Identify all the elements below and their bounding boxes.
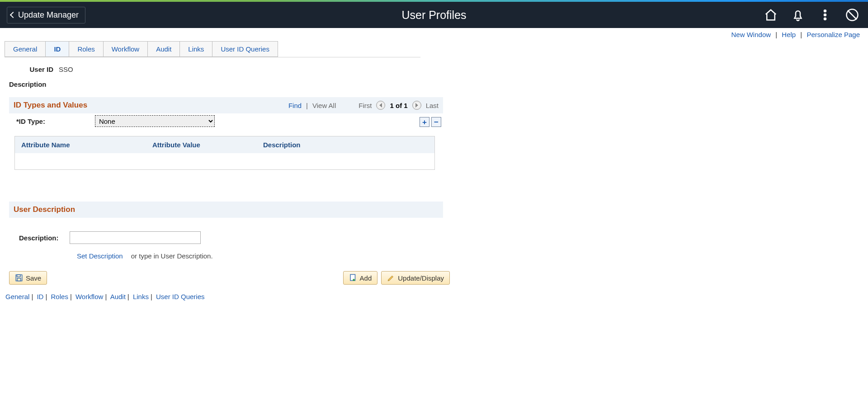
- svg-point-0: [824, 10, 826, 12]
- new-window-link[interactable]: New Window: [731, 31, 771, 38]
- footer-links: General| ID| Roles| Workflow| Audit| Lin…: [5, 293, 868, 300]
- page-title: User Profiles: [401, 9, 466, 22]
- prev-row-button[interactable]: [376, 101, 385, 110]
- svg-rect-6: [17, 278, 21, 281]
- row-counter: 1 of 1: [390, 102, 407, 109]
- user-id-value: SSO: [59, 66, 73, 73]
- description-label: Description: [9, 80, 439, 88]
- tab-workflow[interactable]: Workflow: [103, 41, 148, 57]
- col-attribute-value: Attribute Value: [152, 141, 263, 149]
- tab-roles[interactable]: Roles: [69, 41, 103, 57]
- tab-links[interactable]: Links: [179, 41, 212, 57]
- svg-rect-5: [17, 275, 21, 277]
- update-display-label: Update/Display: [398, 274, 444, 282]
- back-button[interactable]: Update Manager: [7, 7, 85, 23]
- user-description-header: User Description: [9, 202, 443, 218]
- svg-point-2: [824, 18, 826, 20]
- col-description: Description: [263, 141, 428, 149]
- tab-userid-queries[interactable]: User ID Queries: [212, 41, 278, 57]
- footer-general[interactable]: General: [5, 293, 29, 300]
- home-icon[interactable]: [764, 8, 778, 22]
- attribute-grid: Attribute Name Attribute Value Descripti…: [14, 136, 435, 170]
- compass-icon[interactable]: [845, 8, 859, 22]
- id-type-select[interactable]: None: [95, 115, 215, 127]
- add-button[interactable]: Add: [343, 271, 378, 285]
- menu-dots-icon[interactable]: [818, 8, 832, 22]
- tab-general[interactable]: General: [5, 41, 46, 57]
- description-hint: or type in User Description.: [131, 252, 213, 260]
- description-input[interactable]: [70, 231, 201, 244]
- tab-id[interactable]: ID: [45, 41, 69, 57]
- save-button-label: Save: [26, 274, 41, 282]
- user-id-label: User ID: [17, 66, 53, 73]
- delete-row-button[interactable]: [431, 117, 441, 127]
- next-row-button[interactable]: [412, 101, 421, 110]
- svg-point-1: [824, 14, 826, 16]
- footer-workflow[interactable]: Workflow: [75, 293, 103, 300]
- attribute-grid-header: Attribute Name Attribute Value Descripti…: [15, 136, 434, 153]
- id-type-label: *ID Type:: [16, 117, 45, 125]
- save-button[interactable]: Save: [9, 271, 47, 285]
- notifications-icon[interactable]: [791, 8, 805, 22]
- col-attribute-name: Attribute Name: [21, 141, 152, 149]
- help-link[interactable]: Help: [782, 31, 796, 38]
- tab-audit[interactable]: Audit: [147, 41, 180, 57]
- personalize-link[interactable]: Personalize Page: [807, 31, 860, 38]
- footer-userid-queries[interactable]: User ID Queries: [156, 293, 205, 300]
- utility-links: New Window | Help | Personalize Page: [0, 28, 868, 40]
- pencil-icon: [387, 274, 395, 282]
- add-row-button[interactable]: [420, 117, 429, 127]
- footer-roles[interactable]: Roles: [51, 293, 68, 300]
- content-area: User ID SSO Description ID Types and Val…: [0, 57, 443, 260]
- chevron-left-icon: [10, 12, 16, 18]
- update-display-button[interactable]: Update/Display: [381, 271, 450, 285]
- save-icon: [15, 274, 23, 282]
- tabs-container: General ID Roles Workflow Audit Links Us…: [5, 41, 420, 57]
- find-link[interactable]: Find: [288, 102, 302, 109]
- footer-links-link[interactable]: Links: [133, 293, 149, 300]
- first-text: First: [359, 102, 372, 109]
- footer-audit[interactable]: Audit: [110, 293, 126, 300]
- user-description-section: User Description Description: Set Descri…: [9, 202, 439, 260]
- app-header: Update Manager User Profiles: [0, 2, 868, 28]
- footer-id[interactable]: ID: [37, 293, 43, 300]
- header-actions: [764, 8, 859, 22]
- scroll-controls: Find | View All First 1 of 1 Last: [288, 101, 439, 110]
- action-bar: Save Add Update/Display: [9, 271, 450, 285]
- set-description-link[interactable]: Set Description: [77, 252, 123, 260]
- attribute-grid-body: [15, 153, 434, 169]
- back-button-label: Update Manager: [18, 10, 79, 20]
- user-description-title: User Description: [14, 205, 75, 214]
- add-icon: [349, 274, 357, 282]
- description-field-label: Description:: [19, 234, 59, 242]
- view-all-text: View All: [312, 102, 336, 109]
- add-button-label: Add: [360, 274, 372, 282]
- id-types-section-header: ID Types and Values Find | View All Firs…: [9, 97, 443, 113]
- id-types-title: ID Types and Values: [14, 101, 87, 110]
- last-text: Last: [426, 102, 439, 109]
